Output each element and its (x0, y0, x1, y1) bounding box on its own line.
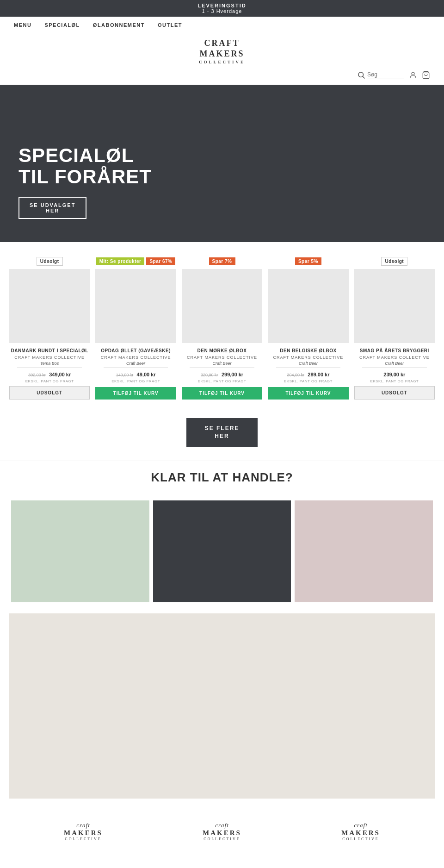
craft-logo-1: craft MAKERS COLLECTIVE (64, 822, 103, 841)
svg-line-1 (363, 76, 364, 78)
search-icon (357, 71, 365, 79)
hero-section: SPECIALØL TIL FORÅRET SE UDVALGETHER (0, 85, 444, 242)
price-new-2: 49,00 kr (137, 372, 156, 377)
bottom-card-3 (295, 500, 433, 602)
search-input[interactable] (367, 70, 404, 79)
product-prices-1: 392,00 kr 349,00 kr (28, 370, 71, 378)
product-brand-5: CRAFT MAKERS COLLECTIVE (359, 355, 430, 360)
product-note-1: EKSKL. PANT OG FRAGT (25, 379, 74, 383)
add-to-cart-button-3[interactable]: TILFØJ TIL KURV (182, 387, 262, 400)
bottom-card-1 (11, 500, 149, 602)
svg-point-0 (358, 72, 364, 77)
utility-bar (0, 67, 444, 85)
hero-title-line1: SPECIALØL (18, 145, 152, 166)
logo-line1: CRAFT (0, 38, 444, 49)
banner-title: LEVERINGSTID (0, 3, 444, 8)
product-image-5 (354, 269, 435, 343)
product-type-2: Craft Beer (104, 361, 168, 368)
add-to-cart-button-4[interactable]: TILFØJ TIL KURV (268, 387, 348, 400)
product-name-1: DANMARK RUNDT I SPECIALØL (11, 348, 88, 354)
product-prices-5: 239,00 kr (383, 370, 405, 378)
product-name-5: SMAG PÅ ÅRETS BRYGGERI (360, 348, 429, 354)
main-nav: MENU SPECIALØL ØLABONNEMENT OUTLET (0, 17, 444, 33)
nav-olabonnement[interactable]: ØLABONNEMENT (93, 22, 145, 28)
product-name-2: OPDAG ØLLET (GAVEÆSKE) (101, 348, 171, 354)
price-new-5: 239,00 kr (383, 372, 405, 377)
se-flere-button[interactable]: SE FLEREHER (186, 418, 258, 447)
banner-subtitle: 1 - 3 Hverdage (0, 8, 444, 14)
hero-cta-button[interactable]: SE UDVALGETHER (18, 197, 86, 219)
product-brand-3: CRAFT MAKERS COLLECTIVE (187, 355, 257, 360)
product-brand-4: CRAFT MAKERS COLLECTIVE (273, 355, 343, 360)
klar-section: KLAR TIL AT HANDLE? (0, 461, 444, 499)
craft-logo-3-craft: craft (341, 822, 380, 829)
price-old-4: 304,00 kr (287, 373, 304, 377)
craft-logo-3-makers: MAKERS (341, 829, 380, 837)
user-icon[interactable] (409, 71, 417, 79)
svg-point-2 (412, 72, 414, 75)
add-to-cart-button-2[interactable]: TILFØJ TIL KURV (95, 387, 176, 400)
product-badge-row-4: Spar 5% (268, 256, 348, 266)
product-brand-1: CRAFT MAKERS COLLECTIVE (14, 355, 85, 360)
price-old-2: 149,00 kr (116, 373, 134, 377)
badge-spar-5-4: Spar 5% (295, 257, 321, 265)
badge-udsolgt-1: Udsolgt (37, 257, 63, 266)
product-card-3: Spar 7% DEN MØRKE ØLBOX CRAFT MAKERS COL… (182, 256, 262, 400)
bottom-grid (0, 499, 444, 613)
product-card-1: Udsolgt DANMARK RUNDT I SPECIALØL CRAFT … (9, 256, 90, 400)
nav-specialol[interactable]: SPECIALØL (44, 22, 80, 28)
price-old-3: 320,00 kr (201, 373, 218, 377)
top-banner: LEVERINGSTID 1 - 3 Hverdage (0, 0, 444, 17)
price-new-3: 299,00 kr (222, 372, 243, 377)
product-type-1: Tema Bos (17, 361, 82, 368)
price-old-1: 392,00 kr (28, 373, 46, 377)
hero-content: SPECIALØL TIL FORÅRET SE UDVALGETHER (18, 145, 152, 219)
craft-logo-1-makers: MAKERS (64, 829, 103, 837)
hero-title: SPECIALØL TIL FORÅRET (18, 145, 152, 187)
craft-logo-2-makers: MAKERS (203, 829, 241, 837)
product-type-3: Craft Beer (190, 361, 254, 368)
badge-udsolgt-5: Udsolgt (381, 257, 407, 266)
product-name-3: DEN MØRKE ØLBOX (197, 348, 247, 354)
product-image-2 (95, 269, 176, 343)
product-note-3: EKSKL. PANT OG FRAGT (198, 379, 247, 383)
product-name-4: DEN BELGISKE ØLBOX (280, 348, 336, 354)
large-bottom-section (9, 613, 435, 799)
craft-logo-3-collective: COLLECTIVE (341, 837, 380, 841)
product-card-2: Mit: Se produkter Spar 67% OPDAG ØLLET (… (95, 256, 176, 400)
product-badge-row-1: Udsolgt (9, 256, 90, 266)
nav-links: MENU SPECIALØL ØLABONNEMENT OUTLET (14, 22, 182, 28)
udsolgt-button-5: UDSOLGT (354, 386, 435, 400)
product-brand-2: CRAFT MAKERS COLLECTIVE (101, 355, 171, 360)
search-box[interactable] (357, 70, 404, 79)
product-badge-row-5: Udsolgt (354, 256, 435, 266)
se-flere-row: SE FLEREHER (0, 409, 444, 461)
craft-logo-2-craft: craft (203, 822, 241, 829)
product-prices-3: 320,00 kr 299,00 kr (201, 370, 243, 378)
klar-title: KLAR TIL AT HANDLE? (0, 470, 444, 485)
product-card-5: Udsolgt SMAG PÅ ÅRETS BRYGGERI CRAFT MAK… (354, 256, 435, 400)
logo-area: CRAFT MAKERS COLLECTIVE (0, 33, 444, 67)
price-new-1: 349,00 kr (49, 372, 71, 377)
product-type-4: Craft Beer (276, 361, 341, 368)
craft-logo-1-craft: craft (64, 822, 103, 829)
nav-menu[interactable]: MENU (14, 22, 31, 28)
craft-logo-3: craft MAKERS COLLECTIVE (341, 822, 380, 841)
product-note-4: EKSKL. PANT OG FRAGT (284, 379, 333, 383)
bottom-card-2 (153, 500, 291, 602)
product-image-4 (268, 269, 348, 343)
cart-icon[interactable] (422, 71, 430, 79)
product-note-5: EKSKL. PANT OG FRAGT (370, 379, 419, 383)
product-image-3 (182, 269, 262, 343)
product-badge-row-3: Spar 7% (182, 256, 262, 266)
craft-logo-1-collective: COLLECTIVE (64, 837, 103, 841)
products-section: Udsolgt DANMARK RUNDT I SPECIALØL CRAFT … (0, 242, 444, 409)
product-prices-2: 149,00 kr 49,00 kr (116, 370, 156, 378)
nav-outlet[interactable]: OUTLET (158, 22, 182, 28)
craft-logo-2-collective: COLLECTIVE (203, 837, 241, 841)
site-logo[interactable]: CRAFT MAKERS COLLECTIVE (0, 38, 444, 65)
products-grid: Udsolgt DANMARK RUNDT I SPECIALØL CRAFT … (9, 256, 435, 400)
logo-line3: COLLECTIVE (0, 60, 444, 65)
price-new-4: 289,00 kr (308, 372, 329, 377)
craft-logo-2: craft MAKERS COLLECTIVE (203, 822, 241, 841)
